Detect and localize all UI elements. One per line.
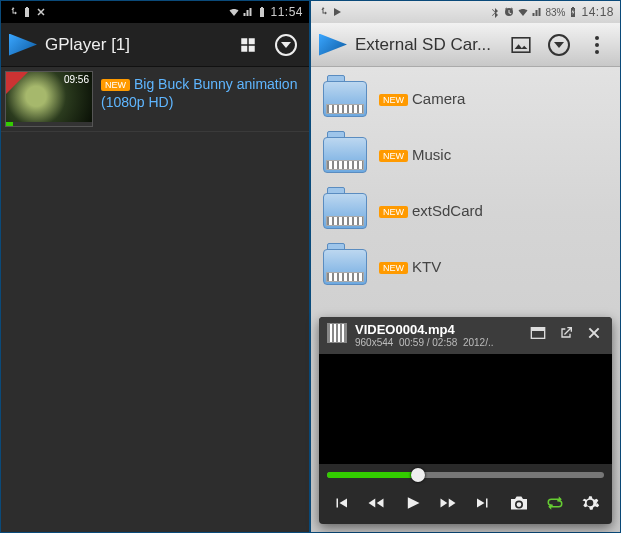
dropdown-button[interactable] <box>271 30 301 60</box>
status-left-icons <box>7 6 47 18</box>
video-list-item[interactable]: 09:56 NEWBig Buck Bunny animation (1080p… <box>1 67 309 132</box>
folder-name: Music <box>412 146 451 163</box>
status-right-icons: 83% 14:18 <box>489 5 614 19</box>
new-badge: NEW <box>379 94 408 106</box>
status-clock: 14:18 <box>581 5 614 19</box>
svg-rect-2 <box>531 327 544 330</box>
video-title-line1: Big Buck Bunny animation <box>134 76 297 92</box>
signal-icon <box>531 6 543 18</box>
popout-icon <box>558 325 574 341</box>
mini-player-filename: VIDEO0004.mp4 <box>355 323 520 337</box>
usb-icon <box>317 6 329 18</box>
status-right-icons: 11:54 <box>228 5 303 19</box>
bluetooth-icon <box>489 6 501 18</box>
new-badge: NEW <box>379 262 408 274</box>
camera-icon <box>509 495 529 511</box>
rewind-button[interactable] <box>363 490 389 516</box>
film-icon <box>327 323 347 343</box>
screenshot-button[interactable] <box>506 490 532 516</box>
chevron-down-icon <box>275 34 297 56</box>
wifi-icon <box>228 6 240 18</box>
forward-button[interactable] <box>435 490 461 516</box>
video-duration: 09:56 <box>64 74 89 85</box>
mini-player[interactable]: VIDEO0004.mp4 960x544 00:59 / 02:58 2012… <box>319 317 612 524</box>
battery-icon <box>21 6 33 18</box>
seek-fill <box>327 472 418 478</box>
folder-icon <box>323 137 367 173</box>
mini-player-time-total: 02:58 <box>432 337 457 348</box>
seek-bar[interactable] <box>319 464 612 486</box>
dropdown-button[interactable] <box>544 30 574 60</box>
folder-item[interactable]: NEWextSdCard <box>311 183 620 239</box>
status-left-icons <box>317 6 343 18</box>
gallery-button[interactable] <box>506 30 536 60</box>
gear-icon <box>580 493 600 513</box>
screen-file-browser: 83% 14:18 External SD Car... NEWCamera N… <box>310 0 621 533</box>
close-button[interactable] <box>584 323 604 343</box>
seek-track <box>327 472 604 478</box>
battery-percent: 83% <box>545 7 565 18</box>
repeat-icon <box>545 494 565 512</box>
mini-player-title-block: VIDEO0004.mp4 960x544 00:59 / 02:58 2012… <box>355 323 520 348</box>
video-progress-bar <box>6 122 92 126</box>
app-logo-icon <box>9 34 37 56</box>
play-small-icon <box>331 6 343 18</box>
more-vert-icon <box>595 36 599 54</box>
popout-button[interactable] <box>556 323 576 343</box>
new-badge: NEW <box>379 150 408 162</box>
alarm-icon <box>503 6 515 18</box>
folder-icon <box>323 249 367 285</box>
forward-icon <box>438 494 458 512</box>
folder-icon <box>323 81 367 117</box>
video-meta: NEWBig Buck Bunny animation (1080p HD) <box>101 71 301 127</box>
folder-item[interactable]: NEWCamera <box>311 71 620 127</box>
svg-rect-0 <box>512 37 530 51</box>
view-grid-button[interactable] <box>233 30 263 60</box>
mini-player-controls <box>319 486 612 524</box>
folder-name: extSdCard <box>412 202 483 219</box>
video-title-line2: (1080p HD) <box>101 94 301 112</box>
status-bar: 83% 14:18 <box>311 1 620 23</box>
app-title: External SD Car... <box>355 35 498 55</box>
close-small-icon <box>35 6 47 18</box>
new-badge: NEW <box>101 79 130 91</box>
app-bar: External SD Car... <box>311 23 620 67</box>
folder-name: KTV <box>412 258 441 275</box>
folder-item[interactable]: NEWKTV <box>311 239 620 295</box>
folder-icon <box>323 193 367 229</box>
mini-player-header: VIDEO0004.mp4 960x544 00:59 / 02:58 2012… <box>319 317 612 354</box>
repeat-button[interactable] <box>542 490 568 516</box>
signal-icon <box>242 6 254 18</box>
window-icon <box>530 326 546 340</box>
skip-prev-button[interactable] <box>328 490 354 516</box>
mini-player-time-current: 00:59 <box>399 337 424 348</box>
battery-status-icon <box>256 6 268 18</box>
grid-icon <box>239 36 257 54</box>
restore-window-button[interactable] <box>528 323 548 343</box>
app-title: GPlayer [1] <box>45 35 225 55</box>
overflow-menu-button[interactable] <box>582 30 612 60</box>
new-badge: NEW <box>379 206 408 218</box>
settings-button[interactable] <box>577 490 603 516</box>
image-icon <box>511 37 531 53</box>
app-bar: GPlayer [1] <box>1 23 309 67</box>
mini-player-date: 2012/.. <box>463 337 494 348</box>
battery-charging-icon <box>567 6 579 18</box>
folder-name: Camera <box>412 90 465 107</box>
rewind-icon <box>366 494 386 512</box>
seek-thumb-icon <box>411 468 425 482</box>
chevron-down-icon <box>548 34 570 56</box>
usb-icon <box>7 6 19 18</box>
app-logo-icon <box>319 34 347 56</box>
mini-player-video-surface[interactable] <box>319 354 612 464</box>
status-bar: 11:54 <box>1 1 309 23</box>
play-icon <box>402 493 422 513</box>
play-button[interactable] <box>399 490 425 516</box>
new-corner-badge-icon <box>6 72 28 94</box>
skip-next-icon <box>474 494 492 512</box>
skip-next-button[interactable] <box>470 490 496 516</box>
folder-item[interactable]: NEWMusic <box>311 127 620 183</box>
status-clock: 11:54 <box>270 5 303 19</box>
mini-player-resolution: 960x544 <box>355 337 393 348</box>
video-thumbnail: 09:56 <box>5 71 93 127</box>
